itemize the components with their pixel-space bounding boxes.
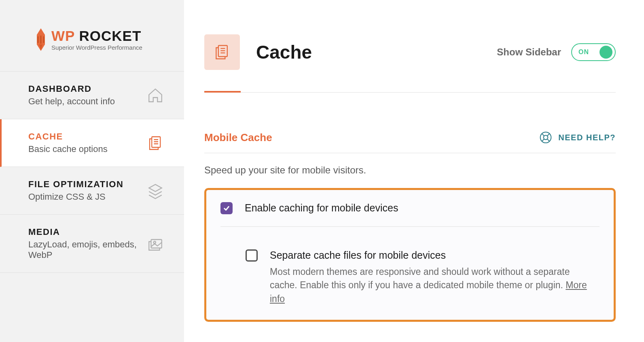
svg-point-4	[540, 132, 551, 143]
need-help-label: NEED HELP?	[558, 133, 616, 142]
documents-icon	[147, 135, 164, 152]
nav-text: CACHE Basic cache options	[28, 131, 108, 154]
option-divider	[220, 226, 600, 227]
option-label: Separate cache files for mobile devices	[270, 249, 600, 261]
section-title: Mobile Cache	[204, 131, 272, 144]
images-icon	[147, 235, 164, 252]
page-title: Cache	[256, 41, 481, 63]
nav-sub: Get help, account info	[28, 96, 115, 107]
option-separate-cache-files: Separate cache files for mobile devices …	[246, 237, 600, 306]
nav-sub: Basic cache options	[28, 144, 108, 154]
nav-title: MEDIA	[28, 227, 147, 237]
check-icon	[223, 205, 230, 212]
nav-text: FILE OPTIMIZATION Optimize CSS & JS	[28, 179, 123, 202]
logo-title: WP ROCKET	[51, 29, 142, 43]
lifebuoy-icon	[539, 131, 552, 144]
toggle-knob	[600, 46, 612, 59]
logo-rocket-icon	[34, 28, 47, 51]
logo-text: WP ROCKET Superior WordPress Performance	[51, 29, 142, 51]
option-texts: Enable caching for mobile devices	[245, 202, 398, 214]
section-header: Mobile Cache NEED HELP?	[204, 131, 616, 153]
logo-area: WP ROCKET Superior WordPress Performance	[0, 0, 184, 72]
documents-icon	[213, 43, 231, 61]
nav-title: CACHE	[28, 131, 108, 142]
option-enable-mobile-cache: Enable caching for mobile devices	[220, 202, 600, 214]
enable-mobile-cache-checkbox[interactable]	[220, 202, 233, 214]
sidebar-toggle[interactable]: ON	[571, 43, 616, 61]
nav-text: MEDIA LazyLoad, emojis, embeds, WebP	[28, 227, 147, 260]
nav-title: DASHBOARD	[28, 84, 115, 94]
nav-title: FILE OPTIMIZATION	[28, 179, 123, 190]
sidebar-toggle-area: Show Sidebar ON	[497, 43, 616, 61]
toggle-on-label: ON	[578, 49, 589, 56]
page-header-icon	[204, 34, 240, 70]
logo-wp-text: WP	[51, 28, 75, 44]
svg-point-5	[544, 135, 548, 140]
home-icon	[147, 87, 164, 104]
option-texts: Separate cache files for mobile devices …	[270, 249, 600, 306]
need-help-link[interactable]: NEED HELP?	[539, 131, 616, 144]
option-desc-text: Most modern themes are responsive and sh…	[270, 266, 570, 290]
sidebar: WP ROCKET Superior WordPress Performance…	[0, 0, 184, 342]
section-desc: Speed up your site for mobile visitors.	[204, 165, 616, 176]
nav-text: DASHBOARD Get help, account info	[28, 84, 115, 107]
sidebar-toggle-label: Show Sidebar	[497, 46, 561, 58]
svg-point-2	[154, 241, 156, 243]
sidebar-item-cache[interactable]: CACHE Basic cache options	[0, 119, 184, 167]
logo-rocket-text: ROCKET	[79, 28, 141, 44]
nav-sub: LazyLoad, emojis, embeds, WebP	[28, 239, 147, 260]
sidebar-item-dashboard[interactable]: DASHBOARD Get help, account info	[0, 72, 184, 119]
layers-icon	[147, 182, 164, 199]
option-desc: Most modern themes are responsive and sh…	[270, 265, 600, 306]
mobile-cache-options-box: Enable caching for mobile devices Separa…	[204, 188, 616, 322]
sidebar-item-file-optimization[interactable]: FILE OPTIMIZATION Optimize CSS & JS	[0, 167, 184, 215]
sidebar-item-media[interactable]: MEDIA LazyLoad, emojis, embeds, WebP	[0, 215, 184, 273]
logo-tagline: Superior WordPress Performance	[51, 44, 142, 51]
mobile-cache-section: Mobile Cache NEED HELP? Speed up your si…	[204, 131, 616, 322]
option-label: Enable caching for mobile devices	[245, 202, 398, 214]
nav-sub: Optimize CSS & JS	[28, 192, 123, 202]
separate-cache-files-checkbox[interactable]	[246, 249, 258, 262]
main-content: Cache Show Sidebar ON Mobile Cache NEED …	[184, 0, 644, 342]
page-header: Cache Show Sidebar ON	[204, 34, 616, 93]
